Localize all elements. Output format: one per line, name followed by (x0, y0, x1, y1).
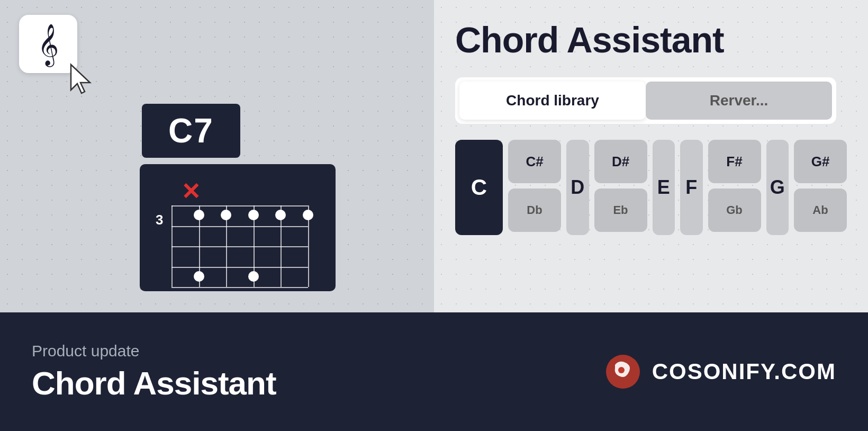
product-update-label: Product update (32, 342, 276, 360)
tabs-container: Chord library Rerver... (455, 77, 836, 124)
key-group-fsharp-gb: F# Gb (708, 140, 761, 235)
finger-dot-3 (248, 210, 259, 220)
key-button-gsharp[interactable]: G# (794, 140, 847, 183)
cosonify-brand-text: COSONIFY.COM (652, 359, 836, 384)
key-button-G[interactable]: G (766, 140, 789, 235)
key-group-dsharp-eb: D# Eb (594, 140, 647, 235)
finger-dot-1 (194, 210, 204, 220)
music-clef-icon: 𝄞 (38, 26, 59, 62)
finger-dot-6 (194, 271, 204, 282)
key-button-db[interactable]: Db (508, 188, 561, 232)
chord-diagram-inner: ✕ 3 (156, 175, 320, 281)
finger-dot-7 (248, 271, 259, 282)
left-panel: 𝄞 C7 ✕ 3 (0, 0, 434, 312)
fret-number: 3 (156, 212, 163, 228)
fret-line-3 (171, 267, 308, 268)
key-button-F[interactable]: F (680, 140, 703, 235)
tab-reverse[interactable]: Rerver... (646, 82, 832, 120)
grid-lines (171, 205, 308, 287)
finger-dot-5 (303, 210, 313, 220)
key-button-fsharp[interactable]: F# (708, 140, 761, 183)
fret-line-2 (171, 246, 308, 247)
key-button-eb[interactable]: Eb (594, 188, 647, 232)
guitar-grid (171, 205, 308, 287)
key-button-gb[interactable]: Gb (708, 188, 761, 232)
fret-line-4 (171, 287, 308, 288)
key-button-E[interactable]: E (653, 140, 675, 235)
chord-diagram: ✕ 3 (140, 164, 336, 291)
right-panel: Chord Assistant Chord library Rerver... … (434, 0, 868, 312)
key-group-csharp-db: C# Db (508, 140, 561, 235)
fret-line-0 (171, 205, 308, 206)
keys-row: C C# Db D D# Eb (455, 140, 847, 235)
bottom-right: COSONIFY.COM (604, 353, 836, 390)
key-button-csharp[interactable]: C# (508, 140, 561, 183)
key-button-D[interactable]: D (566, 140, 589, 235)
finger-dot-4 (275, 210, 286, 220)
key-button-C[interactable]: C (455, 140, 503, 235)
tab-chord-library[interactable]: Chord library (459, 82, 646, 120)
string-line-1 (171, 205, 173, 287)
cosonify-logo-icon (604, 353, 641, 390)
finger-dot-2 (221, 210, 231, 220)
chord-name-label: C7 (142, 104, 240, 158)
bottom-left: Product update Chord Assistant (32, 342, 276, 402)
muted-string-mark: ✕ (181, 180, 201, 203)
bottom-bar: Product update Chord Assistant COSONIFY.… (0, 312, 868, 431)
key-button-dsharp[interactable]: D# (594, 140, 647, 183)
main-area: 𝄞 C7 ✕ 3 (0, 0, 868, 312)
key-button-ab[interactable]: Ab (794, 188, 847, 232)
fret-line-1 (171, 226, 308, 227)
bottom-app-title: Chord Assistant (32, 364, 276, 402)
key-group-gsharp-ab: G# Ab (794, 140, 847, 235)
svg-point-1 (618, 367, 625, 373)
page-title: Chord Assistant (455, 19, 847, 60)
